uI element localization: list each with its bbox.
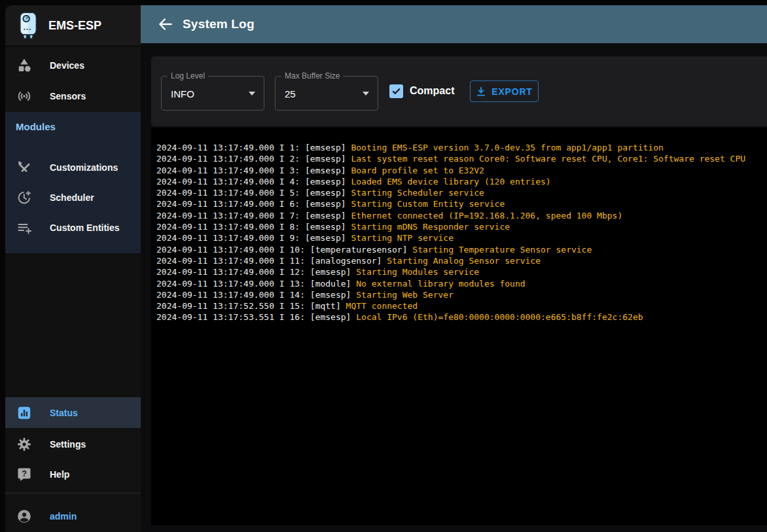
boiler-logo-icon bbox=[16, 10, 41, 41]
log-line-prefix: 2024-09-11 13:17:49.000 I 6: [emsesp] bbox=[156, 199, 351, 209]
log-line-message: Board profile set to E32V2 bbox=[351, 166, 484, 175]
log-level-value: INFO bbox=[171, 88, 194, 99]
sidebar-item-help[interactable]: ? Help bbox=[5, 459, 141, 489]
log-line: 2024-09-11 13:17:49.000 I 1: [emsesp] Bo… bbox=[156, 142, 767, 153]
log-line: 2024-09-11 13:17:49.000 I 3: [emsesp] Bo… bbox=[156, 165, 767, 176]
log-line: 2024-09-11 13:17:49.000 I 14: [emsesp] S… bbox=[156, 289, 767, 300]
log-line: 2024-09-11 13:17:49.000 I 10: [temperatu… bbox=[156, 244, 767, 255]
log-line: 2024-09-11 13:17:49.000 I 11: [analogsen… bbox=[156, 255, 767, 266]
sidebar-item-custom-entities[interactable]: Custom Entities bbox=[5, 212, 141, 243]
log-line-message: Last system reset reason Core0: Software… bbox=[351, 154, 745, 164]
log-line-prefix: 2024-09-11 13:17:49.000 I 12: [emsesp] bbox=[156, 267, 356, 277]
log-line-prefix: 2024-09-11 13:17:49.000 I 11: [analogsen… bbox=[156, 256, 387, 266]
log-line-prefix: 2024-09-11 13:17:49.000 I 13: [module] bbox=[156, 279, 356, 289]
sidebar: EMS-ESP Devices Sensors Modules bbox=[5, 5, 141, 532]
help-bubble-icon: ? bbox=[16, 467, 32, 482]
log-line: 2024-09-11 13:17:53.551 I 16: [emsesp] L… bbox=[156, 311, 767, 323]
log-line-message: Starting Modules service bbox=[356, 267, 479, 277]
playlist-add-icon bbox=[16, 220, 32, 236]
controls-panel: Log Level INFO Max Buffer Size 25 Compac… bbox=[151, 56, 767, 126]
log-output[interactable]: 2024-09-11 13:17:49.000 I 1: [emsesp] Bo… bbox=[151, 128, 767, 525]
log-line-prefix: 2024-09-11 13:17:49.000 I 14: [emsesp] bbox=[156, 290, 356, 300]
account-circle-icon bbox=[16, 508, 32, 524]
log-line-message: Starting mDNS Responder service bbox=[351, 222, 510, 232]
sidebar-divider bbox=[5, 493, 141, 493]
chevron-down-icon bbox=[363, 92, 369, 96]
app-bar: System Log bbox=[141, 5, 767, 43]
log-line: 2024-09-11 13:17:49.000 I 9: [emsesp] St… bbox=[156, 232, 767, 243]
log-level-select[interactable]: Log Level INFO bbox=[161, 76, 264, 111]
log-line-message: MQTT connected bbox=[346, 301, 418, 311]
sidebar-item-settings[interactable]: Settings bbox=[5, 429, 141, 459]
log-line: 2024-09-11 13:17:49.000 I 6: [emsesp] St… bbox=[156, 198, 767, 209]
sidebar-item-label: Status bbox=[50, 408, 78, 418]
tools-icon bbox=[16, 160, 32, 175]
compact-checkbox[interactable] bbox=[389, 84, 403, 98]
log-line-message: Starting Analog Sensor service bbox=[387, 256, 541, 266]
download-icon bbox=[476, 86, 486, 97]
log-level-label: Log Level bbox=[168, 71, 208, 80]
max-buffer-size-select[interactable]: Max Buffer Size 25 bbox=[275, 76, 378, 111]
main-content: Log Level INFO Max Buffer Size 25 Compac… bbox=[141, 43, 767, 532]
log-line-prefix: 2024-09-11 13:17:49.000 I 8: [emsesp] bbox=[156, 222, 351, 232]
sidebar-item-label: Devices bbox=[50, 60, 84, 71]
sidebar-item-label: Help bbox=[50, 469, 69, 480]
modules-section-header: Modules bbox=[16, 121, 56, 132]
sidebar-user-label: admin bbox=[50, 511, 77, 522]
log-line-message: Local IPv6 (Eth)=fe80:0000:0000:0000:e66… bbox=[356, 312, 643, 322]
bar-chart-icon bbox=[16, 405, 32, 421]
max-buffer-size-value: 25 bbox=[285, 88, 296, 99]
check-icon bbox=[391, 86, 402, 97]
sidebar-item-label: Customizations bbox=[50, 162, 118, 173]
log-line-prefix: 2024-09-11 13:17:49.000 I 4: [emsesp] bbox=[156, 177, 351, 186]
sidebar-section-modules: Modules Customizations Scheduler C bbox=[5, 112, 141, 253]
log-line-prefix: 2024-09-11 13:17:49.000 I 1: [emsesp] bbox=[156, 143, 351, 152]
max-buffer-size-label: Max Buffer Size bbox=[281, 71, 343, 80]
log-line-prefix: 2024-09-11 13:17:52.550 I 15: [mqtt] bbox=[156, 301, 346, 311]
log-line: 2024-09-11 13:17:52.550 I 15: [mqtt] MQT… bbox=[156, 300, 767, 311]
gear-icon bbox=[16, 436, 32, 452]
sidebar-item-devices[interactable]: Devices bbox=[5, 50, 141, 80]
log-line-prefix: 2024-09-11 13:17:53.551 I 16: [emsesp] bbox=[156, 312, 356, 322]
log-line-message: Starting NTP service bbox=[351, 233, 454, 243]
log-line-prefix: 2024-09-11 13:17:49.000 I 5: [emsesp] bbox=[156, 188, 351, 198]
log-line-message: Starting Scheduler service bbox=[351, 188, 484, 198]
log-line: 2024-09-11 13:17:49.000 I 7: [emsesp] Et… bbox=[156, 210, 767, 221]
log-line-message: No external library modules found bbox=[356, 279, 525, 289]
log-line-message: Starting Temperature Sensor service bbox=[412, 245, 592, 255]
sidebar-item-label: Settings bbox=[50, 439, 86, 450]
log-line: 2024-09-11 13:17:49.000 I 13: [module] N… bbox=[156, 278, 767, 289]
log-line-prefix: 2024-09-11 13:17:49.000 I 2: [emsesp] bbox=[156, 154, 351, 164]
export-button[interactable]: EXPORT bbox=[470, 80, 539, 102]
sidebar-section-bottom: Status Settings ? Help bbox=[5, 397, 141, 532]
sidebar-item-sensors[interactable]: Sensors bbox=[5, 80, 141, 111]
back-button[interactable] bbox=[157, 16, 174, 33]
sidebar-item-label: Sensors bbox=[50, 91, 86, 101]
log-line: 2024-09-11 13:17:49.000 I 5: [emsesp] St… bbox=[156, 187, 767, 198]
sidebar-user-admin[interactable]: admin bbox=[5, 501, 141, 531]
chevron-down-icon bbox=[249, 92, 255, 96]
category-icon bbox=[16, 58, 32, 73]
log-line-prefix: 2024-09-11 13:17:49.000 I 10: [temperatu… bbox=[156, 245, 412, 255]
svg-text:?: ? bbox=[22, 469, 27, 478]
export-label: EXPORT bbox=[491, 86, 532, 97]
log-line-prefix: 2024-09-11 13:17:49.000 I 7: [emsesp] bbox=[156, 211, 351, 221]
sidebar-section-main: Devices Sensors bbox=[5, 47, 141, 112]
compact-label[interactable]: Compact bbox=[410, 85, 454, 97]
log-line-message: Loaded EMS device library (120 entries) bbox=[351, 177, 550, 186]
page-title: System Log bbox=[183, 17, 255, 31]
sidebar-item-label: Custom Entities bbox=[50, 222, 120, 233]
log-line-message: Starting Custom Entity service bbox=[351, 199, 505, 209]
sidebar-brand: EMS-ESP bbox=[5, 5, 141, 46]
log-line: 2024-09-11 13:17:49.000 I 8: [emsesp] St… bbox=[156, 221, 767, 232]
log-line: 2024-09-11 13:17:49.000 I 2: [emsesp] La… bbox=[156, 153, 767, 164]
log-line-message: Booting EMS-ESP version 3.7.0-dev.35 fro… bbox=[351, 143, 663, 152]
brand-title: EMS-ESP bbox=[48, 19, 101, 33]
clock-plus-icon bbox=[16, 190, 32, 205]
log-line-prefix: 2024-09-11 13:17:49.000 I 3: [emsesp] bbox=[156, 166, 351, 175]
sidebar-item-scheduler[interactable]: Scheduler bbox=[5, 182, 141, 213]
log-line-prefix: 2024-09-11 13:17:49.000 I 9: [emsesp] bbox=[156, 233, 351, 243]
log-line-message: Ethernet connected (IP=192.168.1.206, sp… bbox=[351, 211, 622, 221]
sidebar-item-status[interactable]: Status bbox=[5, 397, 141, 428]
sidebar-item-customizations[interactable]: Customizations bbox=[5, 152, 141, 183]
